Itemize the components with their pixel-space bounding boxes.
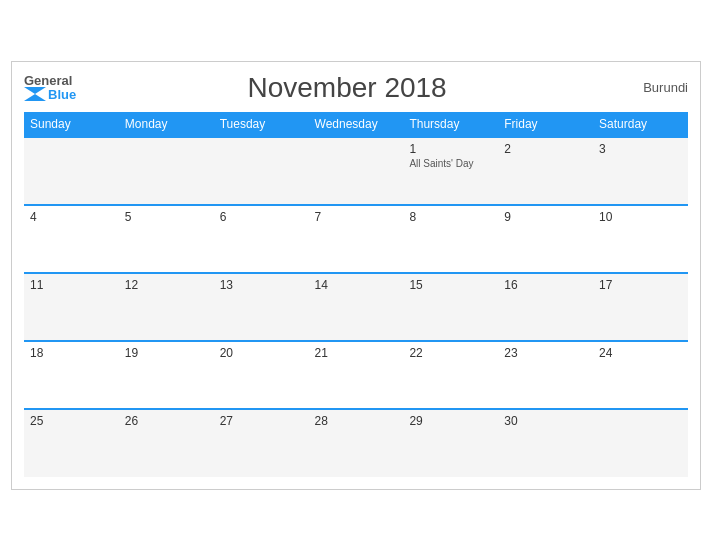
calendar-cell: 23 [498, 341, 593, 409]
calendar-week-row: 1All Saints' Day23 [24, 137, 688, 205]
calendar-cell [119, 137, 214, 205]
calendar-cell: 18 [24, 341, 119, 409]
day-number: 22 [409, 346, 492, 360]
calendar-header: General Blue November 2018 Burundi [24, 72, 688, 104]
calendar-cell: 11 [24, 273, 119, 341]
calendar-cell: 16 [498, 273, 593, 341]
calendar-cell: 19 [119, 341, 214, 409]
holiday-name: All Saints' Day [409, 158, 492, 169]
calendar-cell: 13 [214, 273, 309, 341]
calendar-cell: 9 [498, 205, 593, 273]
calendar-cell: 10 [593, 205, 688, 273]
calendar-week-row: 252627282930 [24, 409, 688, 477]
day-number: 1 [409, 142, 492, 156]
day-number: 2 [504, 142, 587, 156]
day-number: 6 [220, 210, 303, 224]
calendar-cell [309, 137, 404, 205]
calendar-table: Sunday Monday Tuesday Wednesday Thursday… [24, 112, 688, 477]
day-number: 26 [125, 414, 208, 428]
calendar-cell: 5 [119, 205, 214, 273]
calendar-cell: 29 [403, 409, 498, 477]
day-number: 19 [125, 346, 208, 360]
logo-flag-icon [24, 87, 46, 101]
calendar-cell: 21 [309, 341, 404, 409]
calendar-cell: 4 [24, 205, 119, 273]
calendar-cell: 26 [119, 409, 214, 477]
calendar-week-row: 45678910 [24, 205, 688, 273]
day-number: 8 [409, 210, 492, 224]
calendar-body: 1All Saints' Day234567891011121314151617… [24, 137, 688, 477]
day-number: 24 [599, 346, 682, 360]
day-number: 7 [315, 210, 398, 224]
day-number: 10 [599, 210, 682, 224]
logo: General Blue [24, 74, 76, 101]
calendar-week-row: 11121314151617 [24, 273, 688, 341]
day-number: 21 [315, 346, 398, 360]
day-number: 20 [220, 346, 303, 360]
day-number: 23 [504, 346, 587, 360]
day-number: 29 [409, 414, 492, 428]
day-number: 13 [220, 278, 303, 292]
day-number: 14 [315, 278, 398, 292]
calendar-cell: 30 [498, 409, 593, 477]
header-monday: Monday [119, 112, 214, 137]
day-number: 30 [504, 414, 587, 428]
calendar-cell: 8 [403, 205, 498, 273]
logo-blue-row: Blue [24, 87, 76, 101]
calendar-container: General Blue November 2018 Burundi Sunda… [11, 61, 701, 490]
logo-general-text: General [24, 74, 76, 87]
day-number: 3 [599, 142, 682, 156]
day-number: 28 [315, 414, 398, 428]
day-number: 25 [30, 414, 113, 428]
day-number: 18 [30, 346, 113, 360]
day-number: 17 [599, 278, 682, 292]
day-number: 4 [30, 210, 113, 224]
calendar-cell: 25 [24, 409, 119, 477]
calendar-cell: 14 [309, 273, 404, 341]
header-sunday: Sunday [24, 112, 119, 137]
calendar-cell: 28 [309, 409, 404, 477]
calendar-cell: 1All Saints' Day [403, 137, 498, 205]
day-number: 27 [220, 414, 303, 428]
calendar-cell: 17 [593, 273, 688, 341]
header-wednesday: Wednesday [309, 112, 404, 137]
header-tuesday: Tuesday [214, 112, 309, 137]
day-number: 11 [30, 278, 113, 292]
calendar-cell: 22 [403, 341, 498, 409]
calendar-title: November 2018 [76, 72, 618, 104]
calendar-cell: 3 [593, 137, 688, 205]
country-label: Burundi [618, 80, 688, 95]
calendar-cell: 6 [214, 205, 309, 273]
day-number: 16 [504, 278, 587, 292]
day-number: 12 [125, 278, 208, 292]
calendar-cell: 15 [403, 273, 498, 341]
weekday-header-row: Sunday Monday Tuesday Wednesday Thursday… [24, 112, 688, 137]
header-thursday: Thursday [403, 112, 498, 137]
logo-blue-text: Blue [48, 88, 76, 101]
header-saturday: Saturday [593, 112, 688, 137]
day-number: 15 [409, 278, 492, 292]
calendar-cell [593, 409, 688, 477]
calendar-cell: 7 [309, 205, 404, 273]
calendar-cell: 24 [593, 341, 688, 409]
day-number: 5 [125, 210, 208, 224]
calendar-week-row: 18192021222324 [24, 341, 688, 409]
calendar-cell: 27 [214, 409, 309, 477]
calendar-cell [214, 137, 309, 205]
calendar-cell: 12 [119, 273, 214, 341]
header-friday: Friday [498, 112, 593, 137]
calendar-cell: 2 [498, 137, 593, 205]
calendar-cell [24, 137, 119, 205]
day-number: 9 [504, 210, 587, 224]
calendar-cell: 20 [214, 341, 309, 409]
